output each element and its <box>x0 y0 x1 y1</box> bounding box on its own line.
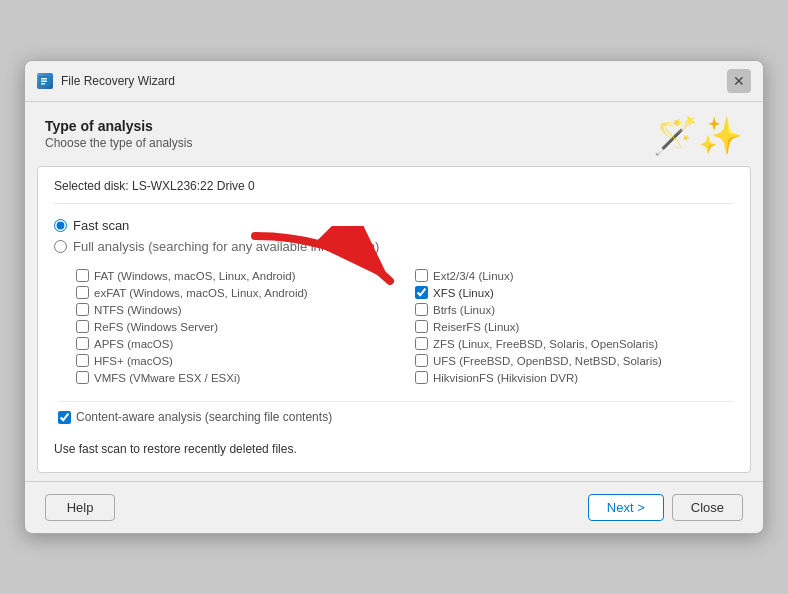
fs-ufs[interactable]: UFS (FreeBSD, OpenBSD, NetBSD, Solaris) <box>415 353 734 368</box>
fs-exfat[interactable]: exFAT (Windows, macOS, Linux, Android) <box>76 285 395 300</box>
footer: Help Next > Close <box>25 481 763 533</box>
dialog-close-button[interactable]: Close <box>672 494 743 521</box>
fs-ufs-label: UFS (FreeBSD, OpenBSD, NetBSD, Solaris) <box>433 355 662 367</box>
fs-apfs[interactable]: APFS (macOS) <box>76 336 395 351</box>
fs-reiserfs[interactable]: ReiserFS (Linux) <box>415 319 734 334</box>
header-text: Type of analysis Choose the type of anal… <box>45 118 192 150</box>
fs-fat-label: FAT (Windows, macOS, Linux, Android) <box>94 270 296 282</box>
fs-hikvision-label: HikvisionFS (Hikvision DVR) <box>433 372 578 384</box>
fs-refs-label: ReFS (Windows Server) <box>94 321 218 333</box>
fast-scan-radio[interactable] <box>54 219 67 232</box>
fs-xfs-checkbox[interactable] <box>415 286 428 299</box>
fs-hikvision[interactable]: HikvisionFS (Hikvision DVR) <box>415 370 734 385</box>
fs-btrfs-label: Btrfs (Linux) <box>433 304 495 316</box>
fs-xfs-label: XFS (Linux) <box>433 287 494 299</box>
fs-xfs[interactable]: XFS (Linux) <box>415 285 734 300</box>
content-aware-option[interactable]: Content-aware analysis (searching file c… <box>58 401 734 424</box>
title-bar: File Recovery Wizard ✕ <box>25 61 763 102</box>
section-subheading: Choose the type of analysis <box>45 136 192 150</box>
title-bar-left: File Recovery Wizard <box>37 73 175 89</box>
dialog-title: File Recovery Wizard <box>61 74 175 88</box>
fs-ext234-checkbox[interactable] <box>415 269 428 282</box>
app-icon <box>37 73 53 89</box>
main-content: Selected disk: LS-WXL236:22 Drive 0 Fast… <box>37 166 751 473</box>
section-heading: Type of analysis <box>45 118 192 134</box>
fs-exfat-label: exFAT (Windows, macOS, Linux, Android) <box>94 287 308 299</box>
full-analysis-radio[interactable] <box>54 240 67 253</box>
fs-refs-checkbox[interactable] <box>76 320 89 333</box>
scan-options: Fast scan Full analysis (searching for a… <box>54 218 734 254</box>
svg-rect-3 <box>41 83 45 85</box>
fs-btrfs[interactable]: Btrfs (Linux) <box>415 302 734 317</box>
wizard-icon: 🪄✨ <box>653 118 743 154</box>
fast-scan-option[interactable]: Fast scan <box>54 218 734 233</box>
fs-ntfs[interactable]: NTFS (Windows) <box>76 302 395 317</box>
fs-btrfs-checkbox[interactable] <box>415 303 428 316</box>
fs-zfs-checkbox[interactable] <box>415 337 428 350</box>
fs-apfs-label: APFS (macOS) <box>94 338 173 350</box>
fs-vmfs-label: VMFS (VMware ESX / ESXi) <box>94 372 240 384</box>
full-analysis-option[interactable]: Full analysis (searching for any availab… <box>54 239 734 254</box>
header-section: Type of analysis Choose the type of anal… <box>25 102 763 166</box>
fs-apfs-checkbox[interactable] <box>76 337 89 350</box>
fs-hfsplus-checkbox[interactable] <box>76 354 89 367</box>
fs-vmfs[interactable]: VMFS (VMware ESX / ESXi) <box>76 370 395 385</box>
content-aware-label: Content-aware analysis (searching file c… <box>76 410 332 424</box>
fs-zfs-label: ZFS (Linux, FreeBSD, Solaris, OpenSolari… <box>433 338 658 350</box>
content-aware-checkbox[interactable] <box>58 411 71 424</box>
fs-ufs-checkbox[interactable] <box>415 354 428 367</box>
selected-disk-label: Selected disk: LS-WXL236:22 Drive 0 <box>54 179 734 204</box>
filesystem-grid: FAT (Windows, macOS, Linux, Android) Ext… <box>76 262 734 391</box>
file-recovery-dialog: File Recovery Wizard ✕ Type of analysis … <box>24 60 764 534</box>
footer-right: Next > Close <box>588 494 743 521</box>
fs-exfat-checkbox[interactable] <box>76 286 89 299</box>
fs-ntfs-label: NTFS (Windows) <box>94 304 182 316</box>
svg-rect-1 <box>41 78 47 80</box>
close-icon[interactable]: ✕ <box>727 69 751 93</box>
fs-ext234-label: Ext2/3/4 (Linux) <box>433 270 514 282</box>
fs-fat-checkbox[interactable] <box>76 269 89 282</box>
help-button[interactable]: Help <box>45 494 115 521</box>
svg-rect-2 <box>41 81 47 83</box>
full-analysis-label: Full analysis (searching for any availab… <box>73 239 379 254</box>
next-button[interactable]: Next > <box>588 494 664 521</box>
fs-fat[interactable]: FAT (Windows, macOS, Linux, Android) <box>76 268 395 283</box>
fs-ext234[interactable]: Ext2/3/4 (Linux) <box>415 268 734 283</box>
info-message: Use fast scan to restore recently delete… <box>54 434 734 456</box>
fs-vmfs-checkbox[interactable] <box>76 371 89 384</box>
fs-hikvision-checkbox[interactable] <box>415 371 428 384</box>
fs-hfsplus-label: HFS+ (macOS) <box>94 355 173 367</box>
fs-hfsplus[interactable]: HFS+ (macOS) <box>76 353 395 368</box>
fs-ntfs-checkbox[interactable] <box>76 303 89 316</box>
fast-scan-label: Fast scan <box>73 218 129 233</box>
fs-reiserfs-label: ReiserFS (Linux) <box>433 321 519 333</box>
fs-zfs[interactable]: ZFS (Linux, FreeBSD, Solaris, OpenSolari… <box>415 336 734 351</box>
fs-refs[interactable]: ReFS (Windows Server) <box>76 319 395 334</box>
fs-reiserfs-checkbox[interactable] <box>415 320 428 333</box>
